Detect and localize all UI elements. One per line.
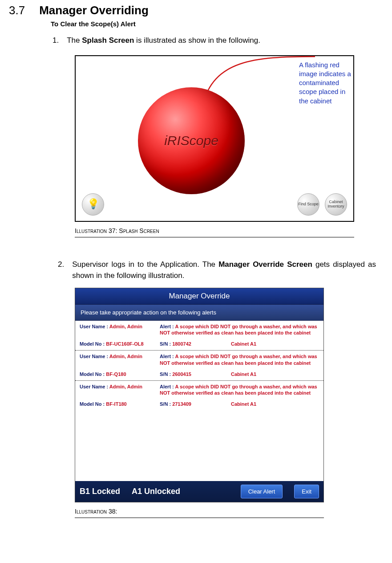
step-1-post: is illustrated as show in the following. — [134, 36, 260, 45]
section-number: 3.7 — [9, 4, 25, 17]
model-label: Model No : — [80, 341, 106, 347]
cabinet-inventory-button[interactable]: Cabinet Inventory — [325, 193, 347, 216]
cabinet-inventory-label: Cabinet Inventory — [325, 200, 347, 209]
alert-text: A scope which DID NOT go through a washe… — [160, 354, 317, 366]
illustration-37-caption: Illustration 37: Splash Screen — [75, 227, 354, 237]
model-value: BF-UC160F-OL8 — [106, 341, 143, 347]
user-label: User Name : — [80, 324, 109, 329]
sn-label: S/N : — [160, 341, 172, 347]
user-value: Admin, Admin — [109, 354, 142, 359]
cap38-num: 38 — [109, 508, 116, 515]
lock-state-b1: B1 Locked — [80, 487, 120, 496]
step-2-bold: Manager Override Screen — [218, 260, 312, 269]
sn-value: 2600415 — [172, 371, 191, 377]
model-value: BF-Q180 — [106, 371, 126, 377]
step-2-pre: Supervisor logs in to the Application. T… — [72, 260, 218, 269]
model-label: Model No : — [80, 371, 106, 377]
sn-label: S/N : — [160, 401, 172, 407]
section-title: Manager Overriding — [39, 4, 149, 17]
model-value: BF-IT180 — [106, 401, 126, 407]
manager-override-screenshot: Manager Override Please take appropriate… — [75, 288, 324, 502]
user-value: Admin, Admin — [109, 324, 142, 329]
alert-row[interactable]: User Name : Admin, Admin Alert : A scope… — [75, 381, 323, 411]
alert-row[interactable]: User Name : Admin, Admin Alert : A scope… — [75, 321, 323, 351]
step-1-pre: The — [67, 36, 82, 45]
model-label: Model No : — [80, 401, 106, 407]
cap38-colon: : — [116, 508, 117, 515]
illustration-38-caption: Illustration 38: — [75, 508, 324, 518]
mo-footer: B1 Locked A1 Unlocked Clear Alert Exit — [75, 481, 323, 502]
find-scope-button[interactable]: Find Scope — [297, 193, 319, 216]
mo-title-bar: Manager Override — [75, 288, 323, 304]
cap37-num: 37 — [109, 227, 116, 234]
cap38-word: Illustration — [75, 508, 109, 515]
callout-text: A flashing red image indicates a contami… — [299, 61, 352, 106]
alert-label: Alert : — [160, 384, 175, 389]
hint-button[interactable]: 💡 — [82, 193, 104, 216]
bulb-icon: 💡 — [87, 199, 99, 209]
cap37-word: Illustration — [75, 227, 109, 234]
exit-button[interactable]: Exit — [294, 485, 319, 498]
cap37-rest: Splash Screen — [119, 227, 159, 234]
sphere-label: iRIScope — [164, 133, 218, 148]
step-1-text: The Splash Screen is illustrated as show… — [67, 35, 376, 46]
alert-row[interactable]: User Name : Admin, Admin Alert : A scope… — [75, 351, 323, 381]
sn-value: 2713409 — [172, 401, 191, 407]
cabinet-value: Cabinet A1 — [231, 341, 256, 347]
alert-label: Alert : — [160, 354, 175, 359]
alert-label: Alert : — [160, 324, 175, 329]
step-2-number: 2. — [58, 259, 64, 282]
find-scope-label: Find Scope — [298, 202, 319, 207]
sn-label: S/N : — [160, 371, 172, 377]
alert-text: A scope which DID NOT go through a washe… — [160, 324, 317, 336]
step-1-number: 1. — [53, 35, 59, 46]
user-value: Admin, Admin — [109, 384, 142, 389]
user-label: User Name : — [80, 384, 109, 389]
alert-sphere: iRIScope — [138, 87, 245, 194]
sn-value: 1800742 — [172, 341, 191, 347]
cabinet-value: Cabinet A1 — [231, 371, 256, 377]
alert-text: A scope which DID NOT go through a washe… — [160, 384, 317, 396]
step-1-bold: Splash Screen — [82, 36, 134, 45]
clear-alert-button[interactable]: Clear Alert — [241, 485, 283, 498]
splash-screenshot: iRIScope 💡 Find Scope Cabinet Inventory … — [75, 55, 354, 222]
user-label: User Name : — [80, 354, 109, 359]
alerts-list: User Name : Admin, Admin Alert : A scope… — [75, 321, 323, 481]
sub-heading: To Clear the Scope(s) Alert — [51, 20, 383, 28]
mo-subtitle-bar: Please take appropriate action on the fo… — [75, 304, 323, 321]
lock-state-a1: A1 Unlocked — [132, 487, 180, 496]
step-2-text: Supervisor logs in to the Application. T… — [72, 259, 376, 282]
cabinet-value: Cabinet A1 — [231, 401, 256, 407]
